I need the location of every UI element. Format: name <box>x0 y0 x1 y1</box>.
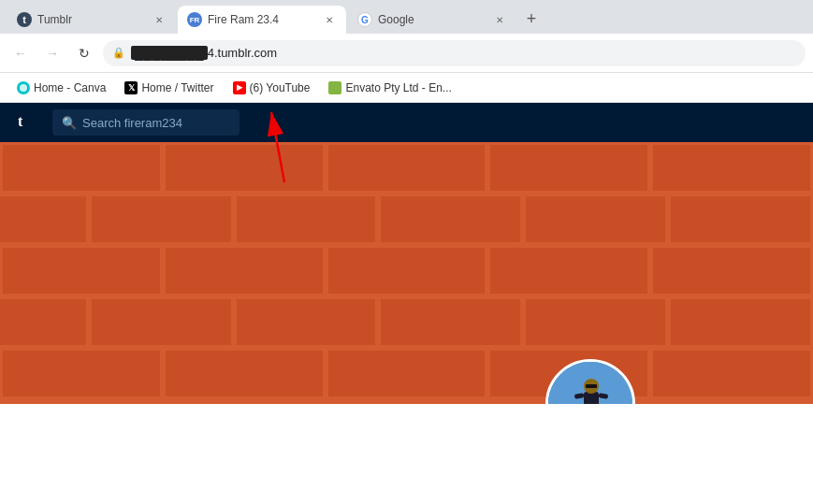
lock-icon: 🔒 <box>112 47 125 59</box>
svg-point-0 <box>20 84 27 92</box>
back-button[interactable]: ← <box>7 40 34 66</box>
new-tab-button[interactable]: + <box>518 6 544 32</box>
tab-google-close[interactable]: ✕ <box>492 12 507 27</box>
svg-text:t: t <box>18 113 23 129</box>
tumblr-profile-section: Fire Ram 23.4 POSTS LIKES ASK ME ANYTHIN… <box>0 404 813 504</box>
bookmark-canva[interactable]: Home - Canva <box>9 77 113 99</box>
bookmark-envato[interactable]: Envato Pty Ltd - En... <box>321 77 458 99</box>
brick-row-4 <box>0 296 813 348</box>
search-placeholder: Search fireram234 <box>82 116 182 130</box>
bookmark-twitter-label: Home / Twitter <box>141 81 213 94</box>
tab-fireram-label: Fire Ram 23.4 <box>208 13 279 26</box>
tab-fireram-close[interactable]: ✕ <box>322 12 337 27</box>
fireram-favicon: FR <box>187 12 202 27</box>
google-favicon: G <box>357 12 372 27</box>
brick-row-3 <box>0 245 813 296</box>
tumblr-logo: t <box>15 111 34 135</box>
profile-avatar <box>545 359 635 404</box>
brick-row-1 <box>0 142 813 194</box>
reload-button[interactable]: ↻ <box>71 40 97 66</box>
browser-frame: t Tumblr ✕ FR Fire Ram 23.4 ✕ G Google ✕… <box>0 0 813 504</box>
tab-tumblr-close[interactable]: ✕ <box>152 12 167 27</box>
bookmark-envato-label: Envato Pty Ltd - En... <box>345 81 451 94</box>
tab-google[interactable]: G Google ✕ <box>348 6 516 34</box>
bookmark-youtube[interactable]: ▶ (6) YouTube <box>225 77 318 99</box>
address-text: ████████4.tumblr.com <box>131 46 796 60</box>
redacted-text: ████████ <box>131 46 208 60</box>
brick-row-5 <box>0 348 813 399</box>
tumblr-hero-banner <box>0 142 813 404</box>
tab-tumblr[interactable]: t Tumblr ✕ <box>7 6 176 34</box>
search-icon: 🔍 <box>62 116 77 130</box>
tumblr-navbar: t 🔍 Search fireram234 <box>0 103 813 142</box>
envato-favicon <box>328 81 341 94</box>
address-bar: ← → ↻ 🔒 ████████4.tumblr.com <box>0 34 813 73</box>
tab-fireram[interactable]: FR Fire Ram 23.4 ✕ <box>178 6 346 34</box>
tab-bar: t Tumblr ✕ FR Fire Ram 23.4 ✕ G Google ✕… <box>0 0 813 34</box>
twitter-favicon: 𝕏 <box>124 81 138 94</box>
forward-button[interactable]: → <box>39 40 65 66</box>
tumblr-favicon: t <box>17 12 32 27</box>
tab-tumblr-label: Tumblr <box>37 13 72 26</box>
profile-avatar-container <box>545 359 635 404</box>
bookmark-twitter[interactable]: 𝕏 Home / Twitter <box>117 77 221 99</box>
tab-google-label: Google <box>378 13 414 26</box>
bookmarks-bar: Home - Canva 𝕏 Home / Twitter ▶ (6) YouT… <box>0 73 813 103</box>
bookmark-canva-label: Home - Canva <box>34 81 106 94</box>
brick-wall <box>0 142 813 404</box>
avatar-image <box>548 362 632 404</box>
brick-row-2 <box>0 194 813 245</box>
address-input[interactable]: 🔒 ████████4.tumblr.com <box>103 40 806 66</box>
tumblr-search[interactable]: 🔍 Search fireram234 <box>52 109 240 136</box>
bookmark-youtube-label: (6) YouTube <box>250 81 311 94</box>
youtube-favicon: ▶ <box>233 81 246 94</box>
svg-rect-11 <box>586 384 597 388</box>
canva-favicon <box>17 81 30 94</box>
web-content: t 🔍 Search fireram234 <box>0 103 813 504</box>
